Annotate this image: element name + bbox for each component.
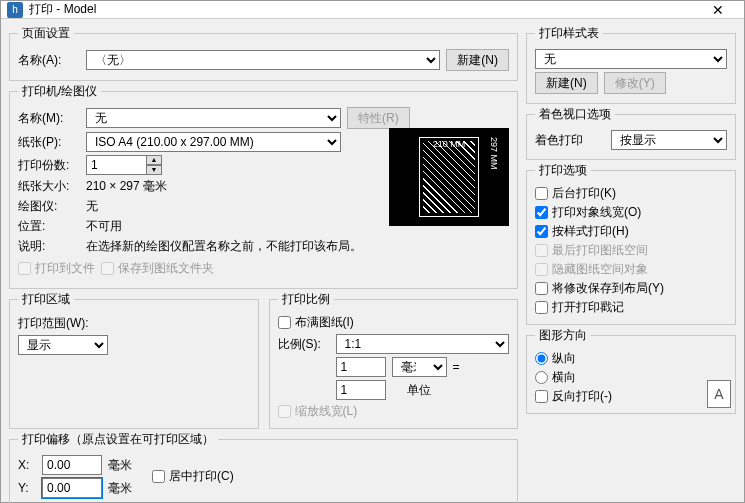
opt-hide-check[interactable]: 隐藏图纸空间对象 <box>535 261 727 278</box>
ratio-select[interactable]: 1:1 <box>336 334 510 354</box>
page-setup-group: 页面设置 名称(A): 〈无〉 新建(N) <box>9 25 518 81</box>
shade-legend: 着色视口选项 <box>535 106 615 123</box>
range-label: 打印范围(W): <box>18 315 89 332</box>
scale-num1-input[interactable] <box>336 357 386 377</box>
scale-unit1-select[interactable]: 毫米 <box>392 357 447 377</box>
paper-label: 纸张(P): <box>18 134 80 151</box>
portrait-radio[interactable]: 纵向 <box>535 350 727 367</box>
y-label: Y: <box>18 481 36 495</box>
x-input[interactable] <box>42 455 102 475</box>
window-title: 打印 - Model <box>29 1 698 18</box>
print-to-file-check[interactable]: 打印到文件 <box>18 260 95 277</box>
copies-spinner[interactable]: ▲▼ <box>86 155 162 175</box>
printer-name-label: 名称(M): <box>18 110 80 127</box>
print-options-legend: 打印选项 <box>535 162 591 179</box>
offset-group: 打印偏移（原点设置在可打印区域） X: 毫米 Y: 毫米 <box>9 431 518 503</box>
printer-group: 打印机/绘图仪 名称(M): 无 特性(R) 纸张(P): ISO A4 (21… <box>9 83 518 289</box>
style-new-button[interactable]: 新建(N) <box>535 72 598 94</box>
page-new-button[interactable]: 新建(N) <box>446 49 509 71</box>
scale-lineweight-check[interactable]: 缩放线宽(L) <box>278 403 510 420</box>
plotter-label: 绘图仪: <box>18 198 80 215</box>
page-name-label: 名称(A): <box>18 52 80 69</box>
range-select[interactable]: 显示 <box>18 335 108 355</box>
save-to-folder-check[interactable]: 保存到图纸文件夹 <box>101 260 214 277</box>
y-unit: 毫米 <box>108 480 132 497</box>
x-unit: 毫米 <box>108 457 132 474</box>
close-icon[interactable]: ✕ <box>698 2 738 18</box>
app-icon: h <box>7 2 23 18</box>
print-scale-group: 打印比例 布满图纸(I) 比例(S): 1:1 毫米 = <box>269 291 519 429</box>
print-options-group: 打印选项 后台打印(K) 打印对象线宽(O) 按样式打印(H) 最后打印图纸空间… <box>526 162 736 325</box>
orientation-group: 图形方向 纵向 横向 反向打印(-) A <box>526 327 736 414</box>
printer-prop-button[interactable]: 特性(R) <box>347 107 410 129</box>
x-label: X: <box>18 458 36 472</box>
scale-unit2-label: 单位 <box>392 382 447 399</box>
paper-preview: 210 MM 297 MM <box>389 128 509 226</box>
orientation-icon: A <box>707 380 731 408</box>
spin-up-icon[interactable]: ▲ <box>146 155 162 165</box>
style-table-group: 打印样式表 无 新建(N) 修改(Y) <box>526 25 736 104</box>
opt-style-check[interactable]: 按样式打印(H) <box>535 223 727 240</box>
print-scale-legend: 打印比例 <box>278 291 334 308</box>
print-area-legend: 打印区域 <box>18 291 74 308</box>
plotter-value: 无 <box>86 198 98 215</box>
copies-label: 打印份数: <box>18 157 80 174</box>
center-print-check[interactable]: 居中打印(C) <box>152 468 234 485</box>
upside-check[interactable]: 反向打印(-) <box>535 388 727 405</box>
orientation-legend: 图形方向 <box>535 327 591 344</box>
location-label: 位置: <box>18 218 80 235</box>
print-area-group: 打印区域 打印范围(W): 显示 <box>9 291 259 429</box>
ratio-label: 比例(S): <box>278 336 330 353</box>
size-label: 纸张大小: <box>18 178 80 195</box>
desc-value: 在选择新的绘图仪配置名称之前，不能打印该布局。 <box>86 238 362 255</box>
offset-legend: 打印偏移（原点设置在可打印区域） <box>18 431 218 448</box>
printer-legend: 打印机/绘图仪 <box>18 83 101 100</box>
landscape-radio[interactable]: 横向 <box>535 369 727 386</box>
page-name-select[interactable]: 〈无〉 <box>86 50 440 70</box>
shade-label: 着色打印 <box>535 132 605 149</box>
opt-stamp-check[interactable]: 打开打印戳记 <box>535 299 727 316</box>
printer-name-select[interactable]: 无 <box>86 108 341 128</box>
location-value: 不可用 <box>86 218 122 235</box>
opt-lw-check[interactable]: 打印对象线宽(O) <box>535 204 727 221</box>
style-edit-button[interactable]: 修改(Y) <box>604 72 666 94</box>
opt-last-check[interactable]: 最后打印图纸空间 <box>535 242 727 259</box>
style-table-select[interactable]: 无 <box>535 49 727 69</box>
style-table-legend: 打印样式表 <box>535 25 603 42</box>
size-value: 210 × 297 毫米 <box>86 178 167 195</box>
preview-height-label: 297 MM <box>489 137 499 217</box>
scale-num2-input[interactable] <box>336 380 386 400</box>
copies-input[interactable] <box>86 155 146 175</box>
y-input[interactable] <box>42 478 102 498</box>
fit-paper-check[interactable]: 布满图纸(I) <box>278 314 510 331</box>
opt-save-layout-check[interactable]: 将修改保存到布局(Y) <box>535 280 727 297</box>
shade-select[interactable]: 按显示 <box>611 130 727 150</box>
equals-label: = <box>453 360 460 374</box>
spin-down-icon[interactable]: ▼ <box>146 165 162 175</box>
shade-group: 着色视口选项 着色打印 按显示 <box>526 106 736 160</box>
page-setup-legend: 页面设置 <box>18 25 74 42</box>
opt-bg-check[interactable]: 后台打印(K) <box>535 185 727 202</box>
desc-label: 说明: <box>18 238 80 255</box>
paper-select[interactable]: ISO A4 (210.00 x 297.00 MM) <box>86 132 341 152</box>
